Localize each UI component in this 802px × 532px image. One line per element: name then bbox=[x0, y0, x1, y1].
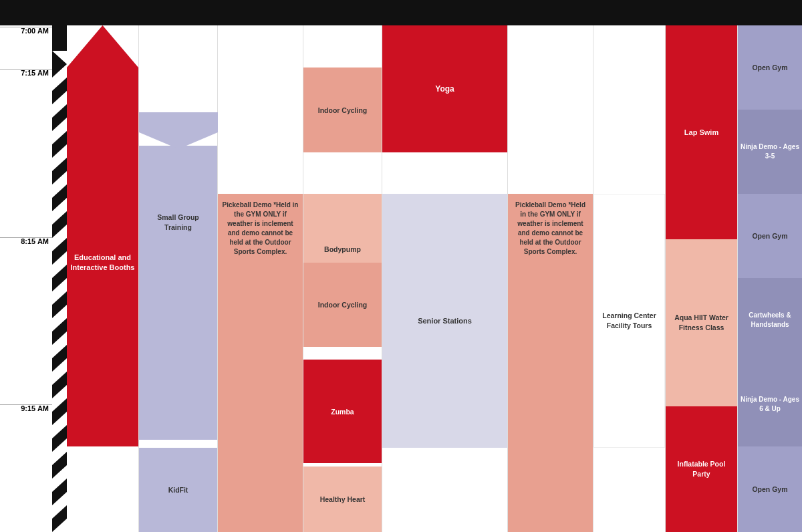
senior-stations-event[interactable]: Senior Stations bbox=[382, 194, 507, 448]
svg-marker-19 bbox=[52, 438, 67, 465]
svg-marker-12 bbox=[52, 251, 67, 278]
learning-event[interactable]: Learning Center Facility Tours bbox=[593, 194, 665, 448]
svg-marker-10 bbox=[52, 198, 67, 225]
svg-marker-9 bbox=[52, 171, 67, 198]
aqua-hiit-event[interactable]: Aqua HIIT Water Fitness Class bbox=[666, 239, 737, 406]
svg-marker-16 bbox=[52, 358, 67, 385]
zigzag bbox=[52, 25, 67, 532]
small-group-event[interactable] bbox=[139, 146, 217, 440]
svg-marker-6 bbox=[52, 91, 67, 118]
col-learning: Learning Center Facility Tours bbox=[593, 25, 666, 532]
open-gym-3-event[interactable]: Open Gym bbox=[738, 446, 802, 532]
svg-marker-23 bbox=[139, 112, 218, 149]
col-opengym: Open Gym Ninja Demo - Ages 3-5 Open Gym … bbox=[738, 25, 802, 532]
col-aqua: Lap Swim Aqua HIIT Water Fitness Class I… bbox=[666, 25, 738, 532]
open-gym-1-event[interactable]: Open Gym bbox=[738, 25, 802, 110]
t715: 7:15 AM bbox=[21, 69, 49, 77]
svg-marker-11 bbox=[52, 225, 67, 251]
cartwheels-event[interactable]: Cartwheels & Handstands bbox=[738, 278, 802, 362]
header bbox=[0, 0, 802, 25]
col-booths: Educational and Interactive Booths bbox=[67, 25, 139, 532]
time-col: 7:00 AM 7:15 AM 8:15 AM 9:15 AM bbox=[0, 25, 52, 532]
pickle2-event[interactable]: Pickleball Demo *Held in the GYM ONLY if… bbox=[508, 194, 593, 532]
yoga-event[interactable]: Yoga bbox=[382, 25, 507, 152]
inflatable-event[interactable]: Inflatable Pool Party bbox=[666, 406, 737, 532]
open-gym-2-event[interactable]: Open Gym bbox=[738, 194, 802, 278]
col-pickle1: Pickeball Demo *Held in the GYM ONLY if … bbox=[218, 25, 303, 532]
svg-marker-7 bbox=[52, 118, 67, 144]
zumba-event[interactable]: Zumba bbox=[303, 360, 382, 463]
booths-text[interactable]: Educational and Interactive Booths bbox=[67, 79, 138, 446]
healthy-heart-event[interactable]: Healthy Heart bbox=[303, 467, 382, 532]
lap-swim-event[interactable]: Lap Swim bbox=[666, 25, 737, 239]
ninja-demo-1-event[interactable]: Ninja Demo - Ages 3-5 bbox=[738, 110, 802, 194]
indoor-cycling-2-event[interactable]: Indoor Cycling bbox=[303, 263, 382, 347]
t915: 9:15 AM bbox=[21, 404, 49, 412]
kidfit-event[interactable]: KidFit bbox=[139, 448, 217, 532]
svg-marker-21 bbox=[52, 492, 67, 519]
svg-marker-15 bbox=[52, 331, 67, 358]
ninja-demo-2-event[interactable]: Ninja Demo - Ages 6 & Up bbox=[738, 362, 802, 446]
t700: 7:00 AM bbox=[21, 27, 49, 35]
svg-marker-13 bbox=[52, 278, 67, 305]
svg-marker-5 bbox=[52, 64, 67, 91]
svg-marker-17 bbox=[52, 385, 67, 412]
svg-marker-18 bbox=[52, 412, 67, 438]
col-pickle2: Pickleball Demo *Held in the GYM ONLY if… bbox=[508, 25, 593, 532]
svg-marker-4 bbox=[52, 51, 67, 64]
col-yoga-senior: Yoga Senior Stations bbox=[382, 25, 508, 532]
svg-marker-22 bbox=[52, 519, 67, 532]
col-cycling: Indoor Cycling Bodypump Indoor Cycling Z… bbox=[303, 25, 382, 532]
svg-marker-20 bbox=[52, 465, 67, 492]
pickle1-event[interactable]: Pickeball Demo *Held in the GYM ONLY if … bbox=[218, 194, 303, 532]
svg-marker-8 bbox=[52, 144, 67, 171]
small-group-label[interactable]: Small Group Training bbox=[139, 213, 217, 232]
indoor-cycling-1-event[interactable]: Indoor Cycling bbox=[303, 68, 382, 152]
col-smallgroup: Small Group Training KidFit bbox=[139, 25, 218, 532]
t815: 8:15 AM bbox=[21, 237, 49, 245]
svg-marker-14 bbox=[52, 305, 67, 331]
